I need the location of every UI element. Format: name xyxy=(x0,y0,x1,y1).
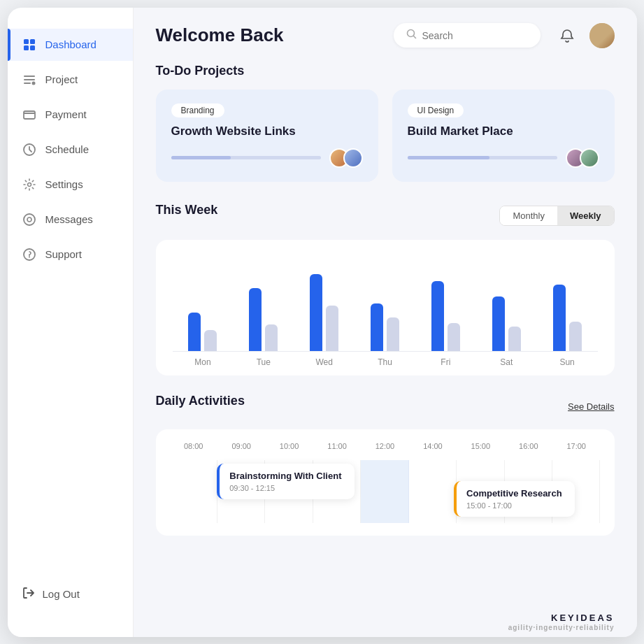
notification-button[interactable] xyxy=(554,23,580,48)
branding: KEYIDEAS agility·ingenuity·reliability xyxy=(134,607,637,637)
bar-blue-sun xyxy=(553,285,566,351)
event-brainstorming[interactable]: Brainstorming With Client 09:30 - 12:15 xyxy=(217,464,355,499)
event-title-competitive: Competitive Research xyxy=(466,488,564,499)
week-section-title: This Week xyxy=(156,203,218,217)
progress-bar-fill-2 xyxy=(408,156,490,159)
card-tag-uidesign: UI Design xyxy=(408,103,464,117)
bar-blue-fri xyxy=(431,281,444,351)
event-title-brainstorming: Brainstorming With Client xyxy=(229,471,345,481)
bar-group-tue xyxy=(233,254,294,351)
avatar-4 xyxy=(580,148,599,168)
sidebar-item-label: Settings xyxy=(45,178,83,190)
card-avatars xyxy=(329,148,363,168)
bar-blue-thu xyxy=(371,303,383,351)
search-icon xyxy=(406,29,417,42)
avatar-2 xyxy=(343,148,363,168)
see-details-link[interactable]: See Details xyxy=(568,401,614,412)
support-icon xyxy=(22,247,37,262)
col-0 xyxy=(170,460,217,523)
card-avatars-2 xyxy=(566,148,599,168)
card-title-branding: Growth Website Links xyxy=(171,124,363,138)
svg-point-7 xyxy=(27,183,31,186)
card-title-uidesign: Build Market Place xyxy=(408,124,599,138)
svg-point-9 xyxy=(27,217,31,222)
brand-tagline: agility·ingenuity·reliability xyxy=(508,624,615,631)
hour-1400: 14:00 xyxy=(409,442,457,450)
search-input[interactable] xyxy=(422,30,528,41)
chart-label-fri: Fri xyxy=(415,357,476,367)
card-footer-uidesign xyxy=(408,148,599,168)
sidebar-item-label: Schedule xyxy=(45,143,90,155)
logout-button[interactable]: Log Out xyxy=(22,579,119,609)
dashboard-icon xyxy=(22,37,37,52)
bar-gray-sun xyxy=(569,322,582,351)
event-competitive[interactable]: Competitive Research 15:00 - 17:00 xyxy=(454,481,574,517)
project-card-uidesign[interactable]: UI Design Build Market Place xyxy=(392,90,615,182)
project-icon xyxy=(22,72,37,87)
hour-1000: 10:00 xyxy=(265,442,313,450)
hour-1700: 17:00 xyxy=(552,442,600,450)
toggle-weekly[interactable]: Weekly xyxy=(557,206,614,225)
progress-bar-bg-2 xyxy=(408,156,557,159)
daily-section-title: Daily Activities xyxy=(156,394,245,408)
toggle-monthly[interactable]: Monthly xyxy=(500,206,557,225)
col-5 xyxy=(409,460,457,523)
payment-icon xyxy=(22,107,37,122)
chart-label-mon: Mon xyxy=(173,357,234,367)
bar-gray-mon xyxy=(204,330,217,351)
bar-group-sun xyxy=(537,254,598,351)
user-avatar[interactable] xyxy=(589,23,615,48)
chart-label-tue: Tue xyxy=(233,357,294,367)
sidebar-item-support[interactable]: Support xyxy=(8,238,133,271)
svg-point-8 xyxy=(24,214,35,225)
hour-0900: 09:00 xyxy=(217,442,265,450)
bar-blue-mon xyxy=(188,313,201,351)
col-4 xyxy=(361,460,408,523)
week-toggle: Monthly Weekly xyxy=(499,206,614,226)
progress-bar-bg xyxy=(171,156,321,159)
hour-1500: 15:00 xyxy=(457,442,504,450)
schedule-icon xyxy=(22,142,37,157)
bar-blue-tue xyxy=(249,288,262,351)
hour-0800: 08:00 xyxy=(170,442,217,450)
timeline-events: Brainstorming With Client 09:30 - 12:15 … xyxy=(170,460,601,523)
messages-icon xyxy=(22,212,37,227)
sidebar-item-label: Payment xyxy=(45,108,87,120)
sidebar-item-label: Dashboard xyxy=(45,38,96,50)
sidebar-item-messages[interactable]: Messages xyxy=(8,203,133,236)
bar-group-sat xyxy=(476,254,537,351)
sidebar-item-settings[interactable]: Settings xyxy=(8,169,133,201)
card-footer-branding xyxy=(171,148,363,168)
sidebar-item-payment[interactable]: Payment xyxy=(8,99,133,131)
topbar-icons xyxy=(554,23,615,48)
topbar: Welcome Back xyxy=(134,8,637,64)
chart-label-wed: Wed xyxy=(294,357,355,367)
timeline-container: 08:00 09:00 10:00 11:00 12:00 14:00 15:0… xyxy=(156,429,615,536)
daily-header: Daily Activities See Details xyxy=(156,394,615,420)
bar-group-wed xyxy=(294,254,355,351)
sidebar-nav: Dashboard Project xyxy=(8,29,133,565)
svg-rect-5 xyxy=(24,111,35,119)
svg-rect-0 xyxy=(24,39,29,44)
sidebar-item-label: Project xyxy=(45,73,78,85)
svg-rect-2 xyxy=(24,45,29,50)
event-time-competitive: 15:00 - 17:00 xyxy=(466,501,564,510)
sidebar-item-label: Messages xyxy=(45,213,93,225)
week-header: This Week Monthly Weekly xyxy=(156,203,615,229)
bar-group-fri xyxy=(415,254,476,351)
project-card-branding[interactable]: Branding Growth Website Links xyxy=(156,90,378,182)
sidebar-item-label: Support xyxy=(45,248,83,260)
bar-gray-sat xyxy=(508,327,521,351)
chart-grid xyxy=(173,254,598,352)
bar-gray-tue xyxy=(265,324,278,351)
event-time-brainstorming: 09:30 - 12:15 xyxy=(229,484,345,492)
bar-group-thu xyxy=(355,254,415,351)
sidebar-item-project[interactable]: Project xyxy=(8,64,133,96)
svg-rect-3 xyxy=(30,45,35,50)
chart-label-sat: Sat xyxy=(476,357,537,367)
chart-label-sun: Sun xyxy=(537,357,598,367)
hour-1100: 11:00 xyxy=(313,442,361,450)
search-bar[interactable] xyxy=(394,23,541,48)
sidebar-item-dashboard[interactable]: Dashboard xyxy=(8,29,133,61)
sidebar-item-schedule[interactable]: Schedule xyxy=(8,134,133,166)
